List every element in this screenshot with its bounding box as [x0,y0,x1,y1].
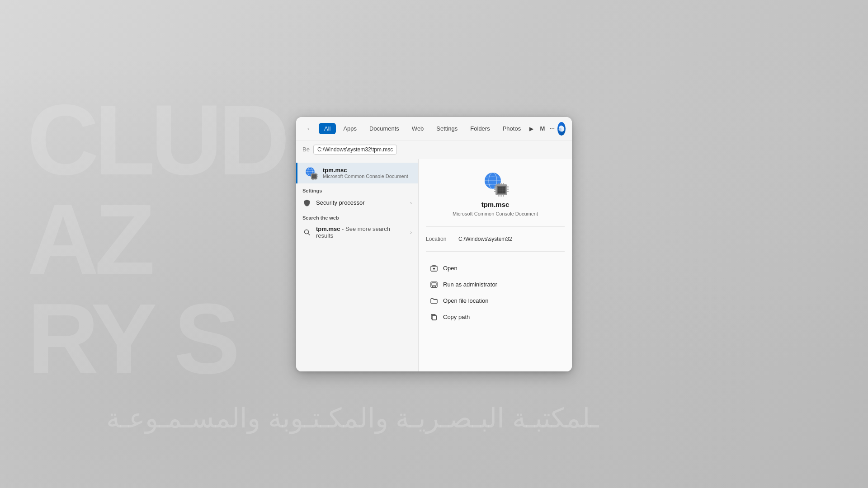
web-chevron-icon: › [410,230,412,235]
search-prefix: Be [302,146,310,153]
more-button[interactable]: ··· [548,122,556,136]
tab-settings[interactable]: Settings [431,123,463,134]
right-panel: tpm.msc Microsoft Common Console Documen… [419,159,572,371]
location-value: C:\Windows\system32 [458,236,512,242]
top-result-item[interactable]: tpm.msc Microsoft Common Console Documen… [296,163,418,183]
avatar-label: M [540,125,545,132]
run-as-admin-label: Run as administrator [443,281,497,288]
background-arabic-text: ـلمكتبـة البـصـريـة والمكـتـوبة والمسـمـ… [18,402,687,434]
action-list: Open Run as administrator [426,261,565,325]
web-search-item[interactable]: tpm.msc - See more search results › [296,222,418,242]
svg-rect-24 [498,187,505,193]
back-icon: ← [306,125,313,133]
detail-divider [426,226,565,227]
location-row: Location C:\Windows\system32 [426,234,565,244]
more-icon: ··· [549,124,555,133]
svg-rect-47 [432,283,436,286]
tab-web[interactable]: Web [406,123,429,134]
result-name: tpm.msc [323,167,412,174]
result-text: tpm.msc Microsoft Common Console Documen… [323,167,412,179]
background-text: CLUDAZRY S [27,90,285,389]
security-processor-label: Security processor [316,199,406,206]
file-icon-large [482,171,509,198]
content-area: tpm.msc Microsoft Common Console Documen… [296,159,572,371]
svg-rect-6 [312,174,316,178]
detail-file-type: Microsoft Common Console Document [453,211,538,216]
tab-all[interactable]: All [319,123,336,134]
security-processor-item[interactable]: Security processor › [296,195,418,211]
open-file-location-action[interactable]: Open file location [426,293,565,309]
tab-documents[interactable]: Documents [364,123,405,134]
search-panel: ← All Apps Documents Web Settings Folder… [296,117,572,371]
open-file-location-label: Open file location [443,297,488,304]
web-item-text: tpm.msc - See more search results [316,225,406,239]
result-subtitle: Microsoft Common Console Document [323,174,412,179]
open-icon [429,264,439,273]
tab-folders[interactable]: Folders [465,123,495,134]
edge-button[interactable] [557,122,566,136]
edge-icon [557,125,566,133]
location-label: Location [426,236,453,242]
web-section-label: Search the web [296,211,418,222]
admin-icon [429,280,439,289]
detail-divider2 [426,251,565,252]
search-input[interactable]: C:\Windows\system32\tpm.msc [313,145,397,155]
copy-icon [429,313,439,322]
svg-rect-53 [432,315,436,320]
back-button[interactable]: ← [302,122,317,136]
open-action[interactable]: Open [426,261,565,276]
run-as-admin-action[interactable]: Run as administrator [426,277,565,292]
tpm-icon [304,166,318,180]
chevron-icon: › [410,200,412,206]
detail-file-name: tpm.msc [481,201,509,208]
avatar-button[interactable]: M [539,122,547,136]
copy-path-label: Copy path [443,314,470,320]
svg-line-18 [308,233,310,235]
folder-icon [429,296,439,305]
play-button[interactable]: ▶ [528,122,535,135]
search-header: ← All Apps Documents Web Settings Folder… [296,117,572,141]
left-panel: tpm.msc Microsoft Common Console Documen… [296,159,418,371]
play-icon: ▶ [529,126,533,132]
copy-path-action[interactable]: Copy path [426,310,565,325]
file-preview: tpm.msc Microsoft Common Console Documen… [426,166,565,219]
web-query: tpm.msc [316,225,340,232]
tab-apps[interactable]: Apps [338,123,362,134]
shield-icon [302,198,311,207]
open-label: Open [443,265,458,272]
search-icon [302,228,311,237]
settings-section-label: Settings [296,183,418,195]
search-row: Be C:\Windows\system32\tpm.msc [296,141,572,159]
tab-photos[interactable]: Photos [497,123,526,134]
result-file-icon [304,166,318,180]
